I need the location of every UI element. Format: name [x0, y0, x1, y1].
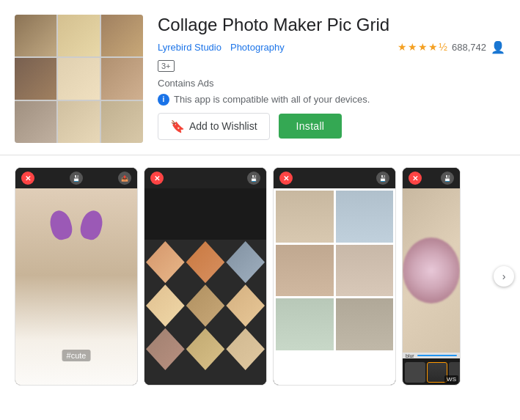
- icon-cell-5: [58, 58, 100, 100]
- star-half: ½: [439, 41, 447, 53]
- blur-label: blur: [406, 353, 414, 358]
- sc2-cell-8: [186, 328, 225, 370]
- rating-count: 688,742: [452, 42, 486, 53]
- ss2-collage-grid: [144, 240, 266, 372]
- person-icon: 👤: [491, 40, 505, 54]
- icon-cell-6: [101, 58, 143, 100]
- ss4-thumb-1[interactable]: [405, 362, 425, 383]
- star-rating: ★ ★ ★ ★ ½: [398, 41, 447, 53]
- dog-ears: [47, 218, 106, 240]
- icon-cell-4: [15, 58, 56, 100]
- ss3-content: [274, 188, 395, 386]
- ss2-content: [144, 188, 266, 386]
- app-info: Collage Photo Maker Pic Grid Lyrebird St…: [158, 15, 505, 143]
- ss3-cell-1: [276, 191, 334, 243]
- icon-cell-9: [101, 101, 143, 143]
- sc2-cell-5: [186, 284, 225, 326]
- screenshots-section: ✕ 💾 📤 #cute: [0, 155, 520, 397]
- icon-cell-3: [101, 15, 143, 56]
- ss2-dark-area: [144, 188, 266, 240]
- contains-ads-label: Contains Ads: [158, 78, 214, 89]
- app-header: Collage Photo Maker Pic Grid Lyrebird St…: [0, 0, 520, 155]
- sc2-cell-2: [186, 241, 225, 283]
- sc2-cell-3: [226, 241, 265, 283]
- ss1-save-btn[interactable]: 💾: [70, 172, 83, 185]
- icon-cell-2: [58, 15, 100, 56]
- app-meta: Lyrebird Studio Photography ★ ★ ★ ★ ½ 68…: [158, 40, 505, 54]
- star-3: ★: [418, 41, 428, 53]
- ss3-close-btn[interactable]: ✕: [279, 172, 293, 185]
- ss1-photo: #cute: [15, 188, 137, 386]
- ear-left: [47, 208, 74, 242]
- ss3-cell-5: [276, 298, 334, 350]
- ss3-portrait-grid: [274, 188, 395, 353]
- ss4-close-btn[interactable]: ✕: [409, 172, 422, 185]
- category-link[interactable]: Photography: [230, 42, 285, 53]
- ss3-topbar: ✕ 💾: [274, 168, 395, 188]
- ss3-cell-6: [336, 298, 394, 350]
- sc2-cell-7: [146, 328, 185, 370]
- screenshot-1: ✕ 💾 📤 #cute: [15, 167, 138, 386]
- ear-right: [78, 208, 105, 242]
- ss3-cell-4: [336, 245, 394, 297]
- sc2-cell-9: [226, 328, 265, 370]
- rating-section: ★ ★ ★ ★ ½ 688,742 👤: [398, 40, 505, 54]
- ss2-topbar: ✕ 💾: [144, 168, 266, 188]
- info-icon: i: [158, 94, 169, 106]
- age-badge: 3+: [158, 60, 175, 72]
- contains-ads-container: Contains Ads: [158, 76, 505, 89]
- hashtag-label: #cute: [62, 350, 91, 361]
- icon-cell-8: [58, 101, 100, 143]
- ss3-cell-2: [336, 191, 394, 243]
- ss1-close-btn[interactable]: ✕: [21, 172, 34, 185]
- screenshot-3: ✕ 💾: [273, 167, 396, 386]
- action-buttons: 🔖 Add to Wishlist Install: [158, 113, 505, 140]
- star-4: ★: [428, 41, 438, 53]
- star-2: ★: [408, 41, 417, 53]
- sc2-cell-4: [146, 284, 185, 326]
- ss3-cell-3: [276, 245, 334, 297]
- age-badge-container: 3+: [158, 59, 505, 72]
- next-screenshot-arrow[interactable]: ›: [494, 266, 514, 287]
- app-title: Collage Photo Maker Pic Grid: [158, 15, 505, 36]
- star-1: ★: [398, 41, 407, 53]
- screenshots-container: ✕ 💾 📤 #cute: [15, 167, 520, 386]
- sc2-cell-1: [146, 241, 185, 283]
- ss4-flower-area: [403, 188, 460, 353]
- ss4-content: blur LAYOUT Layout: [403, 188, 460, 386]
- wishlist-button[interactable]: 🔖 Add to Wishlist: [158, 113, 270, 140]
- wishlist-label: Add to Wishlist: [189, 120, 257, 132]
- ss4-topbar: ✕ 💾: [403, 168, 460, 188]
- compatibility-text: This app is compatible with all of your …: [174, 94, 370, 105]
- ss2-save-btn[interactable]: 💾: [247, 172, 260, 185]
- screenshot-4: ✕ 💾 blur LAYO: [402, 167, 461, 386]
- ss4-save-btn[interactable]: 💾: [441, 172, 454, 185]
- ss1-share-btn[interactable]: 📤: [118, 172, 131, 185]
- screenshot-2: ✕ 💾: [144, 167, 267, 386]
- icon-cell-7: [15, 101, 56, 143]
- icon-cell-1: [15, 15, 56, 56]
- bookmark-icon: 🔖: [170, 119, 185, 133]
- ss1-topbar: ✕ 💾 📤: [15, 168, 137, 188]
- developer-link[interactable]: Lyrebird Studio: [158, 42, 221, 53]
- compatibility-row: i This app is compatible with all of you…: [158, 94, 505, 106]
- install-button[interactable]: Install: [279, 114, 343, 139]
- ss2-close-btn[interactable]: ✕: [150, 172, 164, 185]
- watermark-badge: WS: [444, 375, 458, 383]
- flower-image: [403, 237, 460, 303]
- ss3-save-btn[interactable]: 💾: [376, 172, 389, 185]
- sc2-cell-6: [226, 284, 265, 326]
- app-icon: [15, 15, 143, 143]
- ss1-face: #cute: [15, 188, 137, 386]
